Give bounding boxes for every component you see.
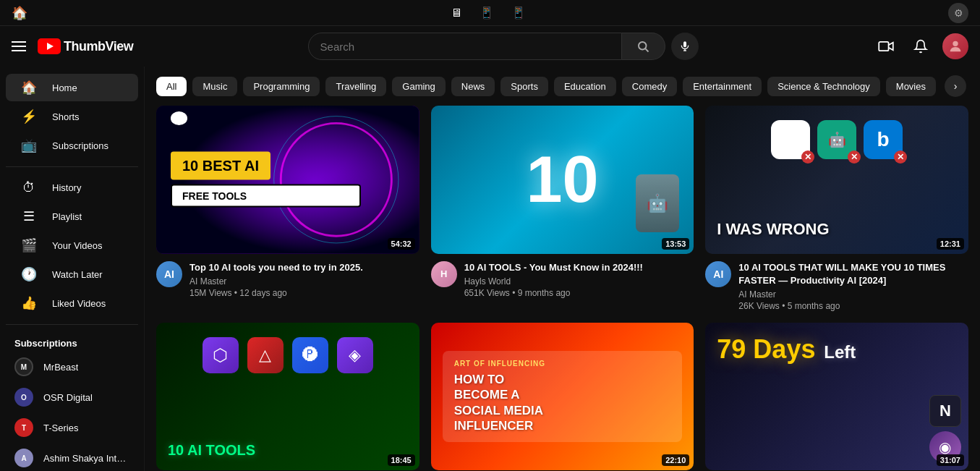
- sidebar-item-shorts[interactable]: ⚡ Shorts: [6, 103, 138, 130]
- app-title: ThumbView: [64, 39, 133, 54]
- sidebar-divider-2: [6, 324, 138, 325]
- search-input-wrap: [308, 33, 622, 60]
- thumbnail-1: 10 BEST AI FREE TOOLS +1 54:32: [156, 106, 419, 254]
- video-meta-1: Top 10 AI tools you need to try in 2025.…: [189, 261, 419, 298]
- video-card-1[interactable]: 10 BEST AI FREE TOOLS +1 54:32 AI Top 10…: [156, 106, 419, 311]
- search-input[interactable]: [320, 41, 610, 53]
- history-icon: ⏱: [20, 180, 38, 195]
- sidebar-item-playlist[interactable]: ☰ Playlist: [6, 203, 138, 230]
- video-meta-3: 10 AI TOOLS THAT WILL MAKE YOU 10 TIMES …: [738, 261, 968, 311]
- filter-chip-travelling[interactable]: Travelling: [325, 77, 386, 96]
- filter-chip-news[interactable]: News: [451, 77, 495, 96]
- topbar-home-icon[interactable]: 🏠: [12, 5, 27, 21]
- channel-avatar-1: AI: [156, 261, 182, 287]
- filter-chip-movies[interactable]: Movies: [886, 77, 936, 96]
- sidebar-sub-tseries[interactable]: T T-Series: [0, 412, 144, 443]
- sidebar-sub-ashim[interactable]: A Ashim Shakya Inte...: [0, 443, 144, 471]
- video-stats-3: 26K Views • 5 months ago: [738, 301, 968, 311]
- sidebar-item-your-videos[interactable]: 🎬 Your Videos: [6, 232, 138, 259]
- topbar: 🏠 🖥 📱 📱 ⚙: [0, 0, 980, 26]
- duration-2: 13:53: [662, 238, 689, 250]
- filter-chip-all[interactable]: All: [156, 77, 187, 96]
- thumbnail-5: ART OF INFLUENCING HOW TOBECOME ASOCIAL …: [431, 323, 694, 471]
- filter-chip-science[interactable]: Science & Technology: [767, 77, 880, 96]
- video-stats-2: 651K Views • 9 months ago: [464, 288, 694, 298]
- shorts-icon: ⚡: [20, 109, 38, 124]
- sidebar-item-home[interactable]: 🏠 Home: [6, 74, 138, 101]
- thumbnail-3: G✕ 🤖✕ b✕ I WAS WRONG 12:31: [705, 106, 968, 254]
- liked-videos-icon: 👍: [20, 295, 38, 311]
- channel-name-3: AI Master: [738, 289, 968, 300]
- video-card-2[interactable]: 10 🤖 13:53 H 10 AI TOOLS - You Must Know…: [431, 106, 694, 311]
- mic-icon: [679, 41, 691, 52]
- ashim-label: Ashim Shakya Inte...: [43, 453, 129, 464]
- sidebar-playlist-label: Playlist: [52, 211, 82, 222]
- sidebar: 🏠 Home ⚡ Shorts 📺 Subscriptions ⏱ Histor…: [0, 67, 145, 471]
- hamburger-menu[interactable]: [12, 41, 26, 51]
- mrbeast-avatar: M: [14, 357, 33, 376]
- channel-name-1: AI Master: [189, 276, 419, 287]
- osr-label: OSR Digital: [43, 392, 93, 403]
- header-right: [873, 33, 968, 59]
- home-icon: 🏠: [20, 80, 38, 96]
- video-title-3: 10 AI TOOLS THAT WILL MAKE YOU 10 TIMES …: [738, 261, 968, 287]
- header: ThumbView: [0, 26, 980, 67]
- topbar-settings-icon[interactable]: ⚙: [948, 3, 968, 23]
- subscriptions-section-title: Subscriptions: [0, 332, 144, 352]
- subscriptions-icon: 📺: [20, 137, 38, 153]
- sidebar-shorts-label: Shorts: [52, 111, 80, 122]
- duration-5: 22:10: [662, 454, 689, 466]
- sidebar-item-subscriptions[interactable]: 📺 Subscriptions: [6, 132, 138, 159]
- tseries-label: T-Series: [43, 423, 78, 433]
- filter-bar: All Music Programming Travelling Gaming …: [145, 67, 980, 106]
- topbar-phone-icon[interactable]: 📱: [511, 6, 526, 20]
- duration-6: 31:07: [937, 454, 964, 466]
- video-card-5[interactable]: ART OF INFLUENCING HOW TOBECOME ASOCIAL …: [431, 323, 694, 471]
- sidebar-item-liked-videos[interactable]: 👍 Liked Videos: [6, 289, 138, 317]
- mic-button[interactable]: [671, 33, 699, 60]
- user-avatar[interactable]: [942, 33, 968, 59]
- header-left: ThumbView: [12, 38, 133, 54]
- filter-chip-gaming[interactable]: Gaming: [392, 77, 446, 96]
- notifications-button[interactable]: [908, 33, 934, 59]
- sidebar-divider-1: [6, 166, 138, 167]
- topbar-center: 🖥 📱 📱: [451, 6, 526, 20]
- sidebar-subscriptions-label: Subscriptions: [52, 140, 108, 151]
- video-card-6[interactable]: 79 Days Left N ◉ 31:07 N 79 Days Left — …: [705, 323, 968, 471]
- search-bar: [308, 33, 699, 60]
- your-videos-icon: 🎬: [20, 237, 38, 253]
- filter-chip-comedy[interactable]: Comedy: [622, 77, 677, 96]
- topbar-tablet-icon[interactable]: 📱: [480, 6, 494, 20]
- thumbnail-2: 10 🤖 13:53: [431, 106, 694, 254]
- video-title-1: Top 10 AI tools you need to try in 2025.: [189, 261, 419, 274]
- sidebar-item-watch-later[interactable]: 🕐 Watch Later: [6, 260, 138, 288]
- content-area: All Music Programming Travelling Gaming …: [145, 67, 980, 471]
- topbar-monitor-icon[interactable]: 🖥: [451, 7, 462, 20]
- sidebar-sub-mrbeast[interactable]: M MrBeast: [0, 352, 144, 382]
- duration-4: 18:45: [388, 454, 415, 466]
- filter-next-arrow[interactable]: ›: [945, 75, 966, 97]
- channel-avatar-3: AI: [705, 261, 731, 287]
- tseries-avatar: T: [14, 418, 33, 437]
- video-title-2: 10 AI TOOLS - You Must Know in 2024!!!: [464, 261, 694, 274]
- video-info-3: AI 10 AI TOOLS THAT WILL MAKE YOU 10 TIM…: [705, 261, 968, 311]
- playlist-icon: ☰: [20, 208, 38, 224]
- main-layout: 🏠 Home ⚡ Shorts 📺 Subscriptions ⏱ Histor…: [0, 67, 980, 471]
- video-card-3[interactable]: G✕ 🤖✕ b✕ I WAS WRONG 12:31 AI 10 AI TOOL…: [705, 106, 968, 311]
- filter-chip-education[interactable]: Education: [554, 77, 616, 96]
- osr-avatar: O: [14, 388, 33, 407]
- filter-chip-programming[interactable]: Programming: [243, 77, 320, 96]
- sidebar-watch-later-label: Watch Later: [52, 269, 103, 280]
- thumbnail-4: ⬡ △ 🅟 ◈ 10 AI TOOLS 18:45: [156, 323, 419, 471]
- video-stats-1: 15M Views • 12 days ago: [189, 288, 419, 298]
- filter-chip-sports[interactable]: Sports: [500, 77, 548, 96]
- video-card-4[interactable]: ⬡ △ 🅟 ◈ 10 AI TOOLS 18:45 T 10 AI TOOLS …: [156, 323, 419, 471]
- filter-chip-entertainment[interactable]: Entertainment: [683, 77, 762, 96]
- youtube-logo-icon: [38, 38, 61, 54]
- sidebar-sub-osr[interactable]: O OSR Digital: [0, 382, 144, 412]
- filter-chip-music[interactable]: Music: [192, 77, 237, 96]
- create-video-icon[interactable]: [873, 33, 899, 59]
- sidebar-home-label: Home: [52, 82, 77, 93]
- search-button[interactable]: [622, 33, 665, 60]
- sidebar-item-history[interactable]: ⏱ History: [6, 174, 138, 201]
